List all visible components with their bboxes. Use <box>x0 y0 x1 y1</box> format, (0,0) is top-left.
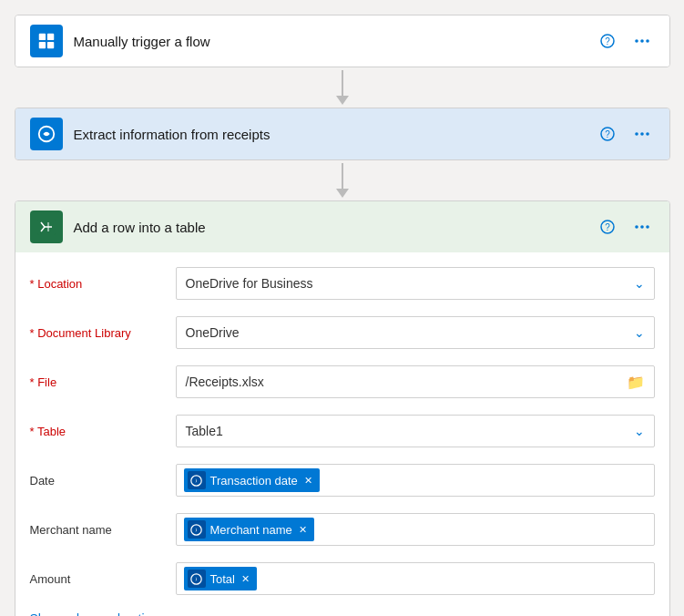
table-chevron-icon: ⌄ <box>634 424 645 438</box>
extract-more-button[interactable] <box>629 121 655 147</box>
date-chip-icon <box>188 471 206 489</box>
arrow-2 <box>336 160 349 200</box>
extract-step-card: Extract information from receipts ? <box>15 108 670 160</box>
doc-library-row: Document Library OneDrive ⌄ <box>30 313 655 353</box>
svg-point-7 <box>640 39 644 43</box>
svg-point-14 <box>646 132 649 136</box>
extract-help-button[interactable]: ? <box>595 121 620 147</box>
merchant-chip-icon <box>188 520 206 539</box>
svg-point-8 <box>646 39 649 43</box>
excel-title: Add a row into a table <box>74 220 584 235</box>
amount-chip-label: Total <box>210 572 235 586</box>
location-row: Location OneDrive for Business ⌄ <box>30 263 655 303</box>
flow-container: Manually trigger a flow ? Ext <box>15 15 669 616</box>
svg-point-22 <box>646 225 649 229</box>
table-row: Table Table1 ⌄ <box>30 411 655 451</box>
trigger-title: Manually trigger a flow <box>74 34 584 49</box>
merchant-label: Merchant name <box>30 523 176 537</box>
arrow-line-2 <box>342 163 343 189</box>
file-label: File <box>30 375 176 389</box>
excel-help-button[interactable]: ? <box>595 214 620 240</box>
excel-icon <box>30 210 63 243</box>
extract-actions: ? <box>595 121 655 147</box>
arrow-line-1 <box>342 70 343 96</box>
doc-library-chevron-icon: ⌄ <box>634 325 645 340</box>
date-chip-label: Transaction date <box>210 474 298 488</box>
folder-icon: 📁 <box>627 374 645 391</box>
svg-rect-0 <box>38 34 45 40</box>
extract-icon <box>30 118 63 150</box>
table-dropdown[interactable]: Table1 ⌄ <box>176 415 655 447</box>
extract-step-header: Extract information from receipts ? <box>15 108 669 159</box>
svg-text:?: ? <box>605 222 610 232</box>
trigger-icon <box>30 25 63 57</box>
arrow-1 <box>336 67 349 108</box>
advanced-options-toggle[interactable]: Show advanced options <box>30 608 655 616</box>
doc-library-value: OneDrive <box>186 325 634 340</box>
merchant-chip-label: Merchant name <box>210 523 292 537</box>
merchant-tag-control[interactable]: Merchant name ✕ <box>176 513 655 546</box>
file-row: File /Receipts.xlsx 📁 <box>30 362 655 402</box>
date-tag-control[interactable]: Transaction date ✕ <box>176 464 655 497</box>
arrow-head-1 <box>336 96 349 105</box>
date-row: Date Transaction date ✕ <box>30 460 655 500</box>
location-chevron-icon: ⌄ <box>634 276 645 291</box>
table-value: Table1 <box>186 424 634 438</box>
doc-library-dropdown[interactable]: OneDrive ⌄ <box>176 316 655 349</box>
trigger-step-header: Manually trigger a flow ? <box>15 15 669 67</box>
file-value: /Receipts.xlsx <box>186 375 627 389</box>
trigger-actions: ? <box>595 28 655 54</box>
file-input[interactable]: /Receipts.xlsx 📁 <box>176 365 655 398</box>
excel-form-body: Location OneDrive for Business ⌄ Documen… <box>15 252 669 616</box>
amount-chip-close-icon[interactable]: ✕ <box>241 573 250 585</box>
svg-text:?: ? <box>605 129 610 139</box>
svg-text:?: ? <box>605 36 610 46</box>
excel-more-button[interactable] <box>629 214 655 240</box>
date-label: Date <box>30 474 176 488</box>
advanced-options-chevron-icon <box>170 612 183 616</box>
advanced-options-label: Show advanced options <box>30 611 166 616</box>
location-value: OneDrive for Business <box>186 276 634 291</box>
table-label: Table <box>30 425 176 438</box>
location-label: Location <box>30 277 176 291</box>
svg-point-20 <box>635 225 638 229</box>
amount-chip-icon <box>188 570 206 588</box>
merchant-row: Merchant name Merchant name ✕ <box>30 509 655 549</box>
doc-library-label: Document Library <box>30 326 176 340</box>
svg-point-6 <box>635 39 638 43</box>
excel-actions: ? <box>595 214 655 240</box>
trigger-more-button[interactable] <box>629 28 655 54</box>
excel-step-card: Add a row into a table ? Location OneDri… <box>15 200 670 616</box>
amount-tag-chip: Total ✕ <box>184 567 257 590</box>
merchant-tag-chip: Merchant name ✕ <box>184 518 314 541</box>
trigger-step-card: Manually trigger a flow ? <box>15 15 670 67</box>
trigger-help-button[interactable]: ? <box>595 28 620 54</box>
arrow-head-2 <box>336 189 349 198</box>
amount-label: Amount <box>30 572 176 586</box>
amount-row: Amount Total ✕ <box>30 559 655 599</box>
svg-point-13 <box>640 132 644 136</box>
amount-tag-control[interactable]: Total ✕ <box>176 562 655 595</box>
extract-title: Extract information from receipts <box>74 127 584 142</box>
excel-step-header: Add a row into a table ? <box>15 201 669 252</box>
location-dropdown[interactable]: OneDrive for Business ⌄ <box>176 267 655 300</box>
svg-rect-3 <box>46 42 53 48</box>
svg-rect-1 <box>38 42 45 48</box>
svg-rect-2 <box>46 34 53 40</box>
svg-point-21 <box>640 225 644 229</box>
merchant-chip-close-icon[interactable]: ✕ <box>299 524 307 536</box>
svg-point-12 <box>635 132 638 136</box>
date-chip-close-icon[interactable]: ✕ <box>304 475 312 487</box>
date-tag-chip: Transaction date ✕ <box>184 468 320 492</box>
